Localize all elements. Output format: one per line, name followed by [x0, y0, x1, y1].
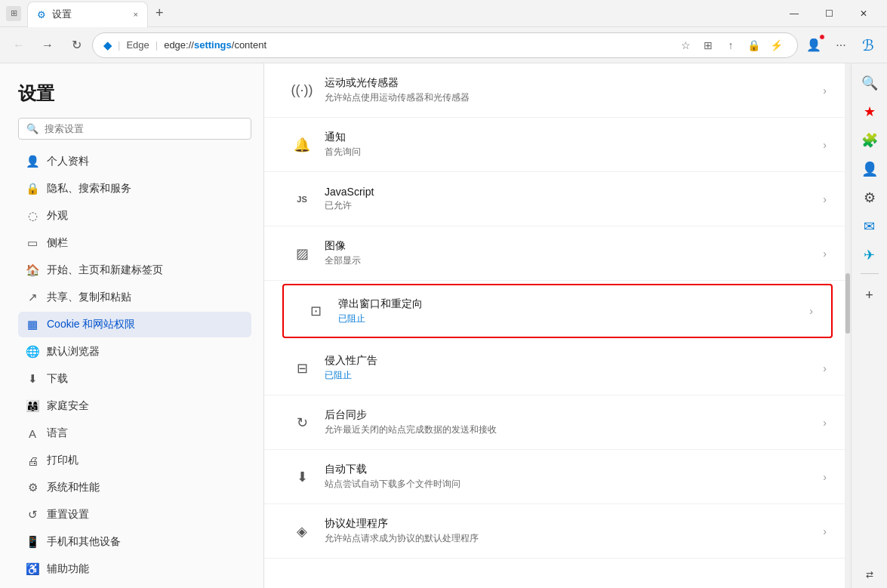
- refresh-button[interactable]: ↻: [63, 32, 89, 58]
- images-icon: ▨: [288, 240, 316, 267]
- edge-logo-icon: ◆: [103, 39, 112, 51]
- sidebar-item-appearance[interactable]: ◌外观: [18, 203, 251, 229]
- share-button[interactable]: ↑: [720, 35, 741, 56]
- sidebar-item-profile[interactable]: 👤个人资料: [18, 149, 251, 174]
- rs-profile-button[interactable]: 👤: [856, 155, 883, 183]
- sidebar-item-family[interactable]: 👨‍👩‍👧家庭安全: [18, 393, 251, 419]
- javascript-arrow: ›: [823, 193, 827, 205]
- new-tab-button[interactable]: +: [148, 5, 171, 21]
- images-arrow: ›: [823, 248, 827, 260]
- system-icon: ⚙: [26, 481, 39, 494]
- address-bar[interactable]: ◆ | Edge | edge://settings/content ☆ ⊞ ↑…: [92, 32, 798, 58]
- popups-arrow: ›: [809, 305, 813, 317]
- settings-item-notifications[interactable]: 🔔通知首先询问›: [264, 118, 851, 172]
- motion-sensor-subtitle: 允许站点使用运动传感器和光传感器: [325, 91, 817, 104]
- background-sync-arrow: ›: [823, 417, 827, 429]
- profile-notification-dot: [819, 34, 825, 40]
- sidebar-item-system[interactable]: ⚙系统和性能: [18, 475, 251, 500]
- rs-favorites-button[interactable]: ★: [856, 98, 883, 125]
- reset-icon: ↺: [26, 508, 39, 522]
- auto-download-icon: ⬇: [288, 463, 316, 491]
- tab-close-button[interactable]: ×: [134, 10, 138, 19]
- settings-item-ads[interactable]: ⊟侵入性广告已阻止›: [264, 341, 851, 396]
- language-icon: A: [26, 427, 39, 440]
- sidebar-item-startup[interactable]: 🏠开始、主页和新建标签页: [18, 257, 251, 283]
- protocol-title: 协议处理程序: [325, 517, 817, 531]
- main-content: 设置 🔍 👤个人资料🔒隐私、搜索和服务◌外观▭侧栏🏠开始、主页和新建标签页↗共享…: [0, 63, 887, 588]
- settings-item-auto-download[interactable]: ⬇自动下载站点尝试自动下载多个文件时询问›: [264, 450, 851, 504]
- readonly-icon[interactable]: 🔒: [743, 35, 764, 56]
- maximize-button[interactable]: ☐: [812, 2, 846, 26]
- minimize-button[interactable]: —: [777, 2, 812, 26]
- motion-sensor-arrow: ›: [823, 85, 827, 97]
- printer-icon: 🖨: [26, 454, 39, 467]
- scrollbar-thumb[interactable]: [845, 273, 850, 334]
- sidebar-item-language[interactable]: A语言: [18, 420, 251, 446]
- settings-item-background-sync[interactable]: ↻后台同步允许最近关闭的站点完成数据的发送和接收›: [264, 396, 851, 450]
- sidebar-item-reset[interactable]: ↺重置设置: [18, 502, 251, 528]
- search-input[interactable]: [45, 123, 243, 134]
- sidebar-item-accessibility[interactable]: ♿辅助功能: [18, 556, 251, 582]
- settings-item-protocol[interactable]: ◈协议处理程序允许站点请求成为协议的默认处理程序›: [264, 504, 851, 559]
- profile-button[interactable]: 👤: [801, 32, 827, 58]
- sidebar-item-label-downloads: 下载: [47, 372, 68, 386]
- share-icon: ↗: [26, 291, 39, 304]
- nav-items-list: 👤个人资料🔒隐私、搜索和服务◌外观▭侧栏🏠开始、主页和新建标签页↗共享、复制和粘…: [18, 149, 251, 588]
- sidebar-item-downloads[interactable]: ⬇下载: [18, 366, 251, 392]
- auto-download-title: 自动下载: [325, 463, 817, 476]
- bing-button[interactable]: ℬ: [855, 32, 881, 58]
- forward-button[interactable]: →: [35, 32, 60, 58]
- sidebar-item-label-profile: 个人资料: [47, 155, 89, 168]
- rs-add-button[interactable]: +: [856, 282, 883, 309]
- settings-item-images[interactable]: ▨图像全部显示›: [264, 226, 851, 281]
- popups-subtitle: 已阻止: [338, 312, 803, 325]
- navbar: ← → ↻ ◆ | Edge | edge://settings/content…: [0, 27, 887, 63]
- sidebar-item-printer[interactable]: 🖨打印机: [18, 448, 251, 473]
- settings-item-motion-sensor[interactable]: ((·))运动或光传感器允许站点使用运动传感器和光传感器›: [264, 63, 851, 118]
- startup-icon: 🏠: [26, 263, 39, 277]
- sidebar-item-sidebar[interactable]: ▭侧栏: [18, 230, 251, 256]
- notifications-content: 通知首先询问: [325, 131, 817, 159]
- ads-content: 侵入性广告已阻止: [325, 354, 817, 382]
- tab-settings-icon: ⚙: [37, 9, 46, 20]
- sidebar-item-share[interactable]: ↗共享、复制和粘贴: [18, 285, 251, 310]
- settings-list: ((·))运动或光传感器允许站点使用运动传感器和光传感器›🔔通知首先询问›JSJ…: [264, 63, 851, 559]
- sidebar-item-about[interactable]: ◉关于 Microsoft Edge: [18, 583, 251, 588]
- sidebar-item-label-browser: 默认浏览器: [47, 345, 100, 359]
- rs-travel-button[interactable]: ✈: [856, 242, 883, 269]
- favorite-button[interactable]: ☆: [675, 35, 696, 56]
- notifications-title: 通知: [325, 131, 817, 144]
- sidebar-item-privacy[interactable]: 🔒隐私、搜索和服务: [18, 176, 251, 202]
- auto-download-arrow: ›: [823, 471, 827, 483]
- collections-button[interactable]: ⊞: [698, 35, 719, 56]
- settings-item-javascript[interactable]: JSJavaScript已允许›: [264, 172, 851, 226]
- appearance-icon: ◌: [26, 209, 39, 223]
- sidebar-item-browser[interactable]: 🌐默认浏览器: [18, 339, 251, 365]
- protocol-arrow: ›: [823, 525, 827, 537]
- sidebar-item-label-sidebar: 侧栏: [47, 236, 68, 250]
- rs-collections-button[interactable]: 🧩: [856, 127, 883, 154]
- rs-outlook-button[interactable]: ✉: [856, 213, 883, 240]
- sidebar-icon: ▭: [26, 236, 39, 250]
- more-button[interactable]: ···: [828, 32, 854, 58]
- back-button[interactable]: ←: [6, 32, 32, 58]
- rs-search-button[interactable]: 🔍: [856, 69, 883, 97]
- auto-download-subtitle: 站点尝试自动下载多个文件时询问: [325, 478, 817, 491]
- images-title: 图像: [325, 239, 817, 253]
- right-sidebar: 🔍 ★ 🧩 👤 ⚙ ✉ ✈ + ⇄: [851, 63, 887, 588]
- rs-expand-button[interactable]: ⇄: [856, 561, 883, 588]
- javascript-title: JavaScript: [325, 186, 817, 198]
- sidebar-item-label-reset: 重置设置: [47, 508, 89, 522]
- motion-sensor-title: 运动或光传感器: [325, 76, 817, 90]
- browser-essentials-button[interactable]: ⚡: [765, 35, 787, 56]
- sidebar-item-mobile[interactable]: 📱手机和其他设备: [18, 529, 251, 555]
- sidebar-item-label-appearance: 外观: [47, 209, 68, 223]
- rs-settings-button[interactable]: ⚙: [856, 184, 883, 211]
- popups-title: 弹出窗口和重定向: [338, 297, 803, 311]
- settings-sidebar: 设置 🔍 👤个人资料🔒隐私、搜索和服务◌外观▭侧栏🏠开始、主页和新建标签页↗共享…: [0, 63, 264, 588]
- close-button[interactable]: ✕: [846, 2, 881, 26]
- settings-tab[interactable]: ⚙ 设置 ×: [27, 2, 148, 27]
- settings-item-popups[interactable]: ⊡弹出窗口和重定向已阻止›: [282, 284, 833, 338]
- search-box[interactable]: 🔍: [18, 118, 251, 140]
- sidebar-item-cookies[interactable]: ▦Cookie 和网站权限: [18, 312, 251, 337]
